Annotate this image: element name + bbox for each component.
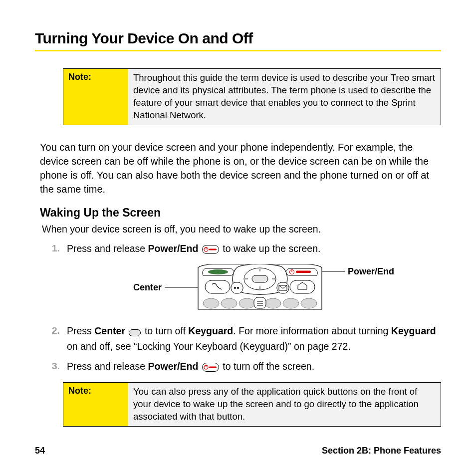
step-text: to wake up the screen.	[223, 243, 320, 254]
device-diagram: Center Power/End	[83, 264, 393, 312]
note-label-2: Note:	[63, 383, 128, 426]
step-1: Press and release Power/End to wake up t…	[52, 242, 441, 257]
svg-point-24	[221, 298, 237, 308]
svg-rect-29	[254, 297, 266, 308]
note-box-1: Note: Throughout this guide the term dev…	[63, 68, 441, 125]
note-box-2: Note: You can also press any of the appl…	[63, 382, 441, 427]
page-number: 54	[35, 446, 45, 456]
svg-rect-3	[209, 248, 217, 250]
section-label: Section 2B: Phone Features	[322, 446, 441, 456]
svg-point-18	[234, 287, 236, 289]
center-button-icon	[129, 326, 141, 340]
step-2: Press Center to turn off Keyguard. For m…	[52, 324, 441, 354]
step-text: to turn off	[145, 325, 188, 336]
keyguard-label-2: Keyguard	[391, 325, 436, 336]
note-text-2: You can also press any of the applicatio…	[128, 383, 441, 426]
page-footer: 54 Section 2B: Phone Features	[35, 446, 441, 456]
note-label: Note:	[63, 69, 128, 125]
page: Turning Your Device On and Off Note: Thr…	[0, 0, 476, 476]
steps-list-cont: Press Center to turn off Keyguard. For m…	[52, 324, 441, 375]
svg-point-23	[203, 298, 219, 308]
svg-point-6	[208, 269, 228, 274]
step-text: . For more information about turning	[233, 325, 391, 336]
diagram-svg	[83, 264, 393, 312]
subheading: Waking Up the Screen	[40, 206, 441, 220]
keyguard-label: Keyguard	[188, 325, 233, 336]
svg-rect-11	[252, 275, 268, 282]
step-text: Press and release	[67, 361, 148, 372]
svg-point-26	[265, 298, 281, 308]
svg-point-27	[283, 298, 299, 308]
title-rule	[35, 50, 441, 51]
center-label: Center	[94, 325, 125, 336]
step-text: to turn off the screen.	[223, 361, 314, 372]
step-text: Press and release	[67, 243, 148, 254]
svg-point-28	[301, 298, 317, 308]
power-end-icon-2	[202, 362, 219, 375]
power-end-icon	[202, 244, 219, 257]
svg-rect-9	[296, 271, 311, 273]
lead-paragraph: When your device screen is off, you need…	[42, 224, 441, 235]
svg-point-19	[237, 287, 239, 289]
note-text: Throughout this guide the term device is…	[128, 69, 441, 125]
svg-point-25	[239, 298, 255, 308]
svg-rect-33	[129, 330, 141, 336]
power-end-label-2: Power/End	[148, 361, 199, 372]
steps-list: Press and release Power/End to wake up t…	[52, 242, 441, 257]
svg-rect-37	[209, 366, 217, 368]
callout-power-end-label: Power/End	[348, 266, 394, 277]
step-text: Press	[67, 325, 94, 336]
page-title: Turning Your Device On and Off	[35, 30, 441, 47]
intro-paragraph: You can turn on your device screen and y…	[40, 140, 441, 196]
power-end-label: Power/End	[148, 243, 199, 254]
step-3: Press and release Power/End to turn off …	[52, 360, 441, 375]
diagram-container: Center Power/End	[35, 264, 441, 312]
step-text: on and off, see “Locking Your Keyboard (…	[67, 341, 351, 352]
callout-center-label: Center	[133, 282, 162, 293]
